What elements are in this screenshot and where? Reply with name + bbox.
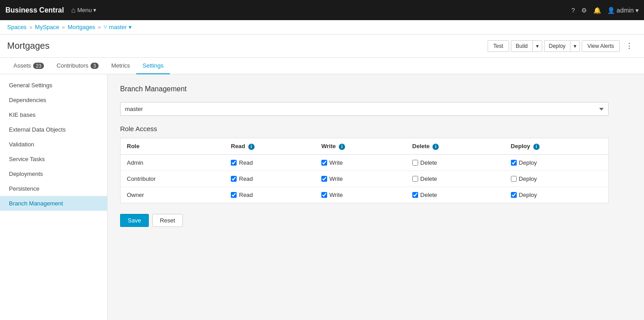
branch-management-title: Branch Management [120,85,631,93]
topnav-right: ? ⚙ 🔔 👤 admin ▾ [571,7,639,14]
contributor-deploy-checkbox[interactable] [511,176,517,182]
sidebar: General Settings Dependencies KIE bases … [0,74,108,320]
brand-title: Business Central [5,6,64,14]
breadcrumb-branch[interactable]: ⑂ master ▾ [104,24,132,30]
deploy-split-button: Deploy ▾ [544,40,580,52]
tab-settings[interactable]: Settings [136,58,170,74]
owner-read-cell: Read [225,187,315,203]
build-split-button: Build ▾ [511,40,542,52]
admin-read-checkbox[interactable] [231,160,237,166]
sidebar-item-validation[interactable]: Validation [0,137,107,152]
role-access-section: Role Access Role Read i Write i [120,125,631,203]
contributor-read-checkbox[interactable] [231,176,237,182]
contributor-deploy-cell: Deploy [505,171,609,187]
owner-deploy-checkbox[interactable] [511,192,517,198]
menu-dropdown[interactable]: Menu ▾ [77,7,96,13]
role-name-admin: Admin [121,154,225,171]
role-access-table: Role Read i Write i Delete i [120,138,609,203]
breadcrumb-spaces[interactable]: Spaces [7,24,26,30]
build-caret-button[interactable]: ▾ [532,40,542,52]
page-header: Mortgages Test Build ▾ Deploy ▾ View Ale… [0,34,644,58]
user-icon: 👤 [607,7,615,14]
breadcrumb: Spaces » MySpace » Mortgages » ⑂ master … [0,20,644,34]
col-delete: Delete i [406,138,505,155]
owner-write-cell: Write [315,187,406,203]
sidebar-item-kie-bases[interactable]: KIE bases [0,107,107,122]
topnav: Business Central ⌂ Menu ▾ ? ⚙ 🔔 👤 admin … [0,0,644,20]
delete-info-icon[interactable]: i [432,144,439,150]
owner-delete-cell: Delete [406,187,505,203]
sidebar-item-deployments[interactable]: Deployments [0,166,107,181]
contributor-delete-cell: Delete [406,171,505,187]
deploy-button[interactable]: Deploy [544,40,570,52]
col-read: Read i [225,138,315,155]
breadcrumb-branch-caret: ▾ [129,24,132,30]
table-row: Contributor Read Write [121,171,609,187]
owner-deploy-cell: Deploy [505,187,609,203]
role-access-title: Role Access [120,125,631,132]
contributor-delete-checkbox[interactable] [412,176,418,182]
owner-write-checkbox[interactable] [321,192,327,198]
breadcrumb-branch-name: master [109,24,127,30]
header-actions: Test Build ▾ Deploy ▾ View Alerts ⋮ [488,39,637,53]
page-title: Mortgages [7,41,488,51]
admin-read-cell: Read [225,154,315,171]
contributors-badge: 3 [91,63,99,69]
admin-write-cell: Write [315,154,406,171]
notifications-icon[interactable]: 🔔 [593,7,601,14]
help-icon[interactable]: ? [571,7,575,14]
tab-assets[interactable]: Assets 23 [7,58,50,74]
admin-delete-cell: Delete [406,154,505,171]
deploy-caret-button[interactable]: ▾ [570,40,580,52]
admin-label: admin [617,7,634,14]
contributor-write-cell: Write [315,171,406,187]
admin-caret: ▾ [635,7,639,14]
col-write: Write i [315,138,406,155]
breadcrumb-myspace[interactable]: MySpace [35,24,59,30]
admin-deploy-cell: Deploy [505,154,609,171]
sidebar-item-external-data-objects[interactable]: External Data Objects [0,122,107,137]
admin-write-checkbox[interactable] [321,160,327,166]
footer-buttons: Save Reset [120,214,631,227]
sidebar-item-persistence[interactable]: Persistence [0,181,107,196]
admin-deploy-checkbox[interactable] [511,160,517,166]
owner-delete-checkbox[interactable] [412,192,418,198]
home-icon[interactable]: ⌂ [71,6,76,14]
settings-icon[interactable]: ⚙ [581,7,587,14]
breadcrumb-mortgages[interactable]: Mortgages [68,24,95,30]
read-info-icon[interactable]: i [248,144,255,150]
tabs: Assets 23 Contributors 3 Metrics Setting… [0,58,644,74]
content-area: Branch Management master Role Access Rol… [108,74,644,320]
admin-delete-checkbox[interactable] [412,160,418,166]
build-button[interactable]: Build [511,40,532,52]
sidebar-item-branch-management[interactable]: Branch Management [0,196,107,211]
role-name-owner: Owner [121,187,225,203]
sidebar-item-general-settings[interactable]: General Settings [0,78,107,93]
col-role: Role [121,138,225,155]
branch-icon: ⑂ [104,24,107,30]
main-layout: General Settings Dependencies KIE bases … [0,74,644,320]
tab-metrics[interactable]: Metrics [105,58,136,74]
save-button[interactable]: Save [120,214,149,227]
tab-contributors[interactable]: Contributors 3 [50,58,105,74]
branch-select-wrapper: master [120,102,631,116]
view-alerts-button[interactable]: View Alerts [582,40,620,52]
more-options-button[interactable]: ⋮ [622,39,637,53]
test-button[interactable]: Test [488,40,509,52]
write-info-icon[interactable]: i [339,144,345,150]
admin-menu[interactable]: 👤 admin ▾ [607,7,639,14]
owner-read-checkbox[interactable] [231,192,237,198]
role-name-contributor: Contributor [121,171,225,187]
branch-select[interactable]: master [120,102,609,116]
sidebar-item-service-tasks[interactable]: Service Tasks [0,152,107,166]
table-row: Owner Read Write [121,187,609,203]
reset-button[interactable]: Reset [152,214,183,227]
sidebar-item-dependencies[interactable]: Dependencies [0,93,107,107]
assets-badge: 23 [33,63,44,69]
col-deploy: Deploy i [505,138,609,155]
table-row: Admin Read Write [121,154,609,171]
contributor-read-cell: Read [225,171,315,187]
contributor-write-checkbox[interactable] [321,176,327,182]
deploy-info-icon[interactable]: i [533,144,540,150]
